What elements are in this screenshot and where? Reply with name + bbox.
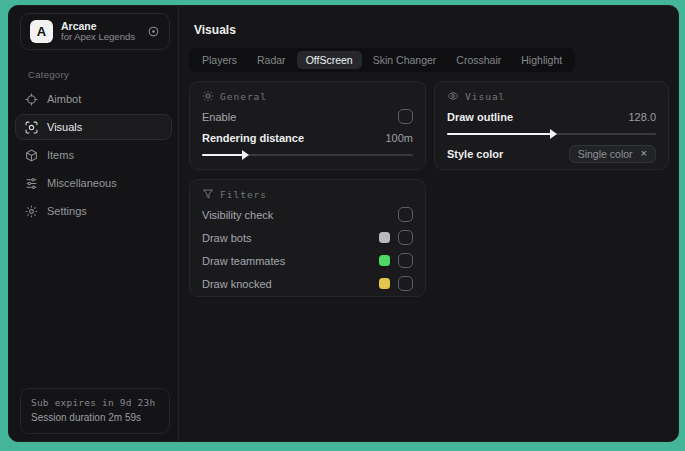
draw-outline-slider[interactable] — [447, 129, 656, 139]
tab-highlight[interactable]: Highlight — [512, 51, 571, 69]
app-header: A Arcane for Apex Legends — [20, 13, 170, 50]
draw-outline-value: 128.0 — [628, 111, 656, 123]
draw-bots-checkbox[interactable] — [398, 230, 413, 245]
draw-knocked-checkbox[interactable] — [398, 276, 413, 291]
main-content: Visuals Players Radar OffScreen Skin Cha… — [179, 6, 678, 441]
app-subtitle: for Apex Legends — [61, 32, 139, 43]
sun-icon — [202, 90, 214, 102]
draw-teammates-label: Draw teammates — [202, 255, 285, 267]
style-color-label: Style color — [447, 148, 503, 160]
sidebar-item-aimbot[interactable]: Aimbot — [15, 86, 172, 112]
subscription-status: Sub expires in 9d 23h Session duration 2… — [20, 388, 170, 434]
draw-bots-label: Draw bots — [202, 232, 252, 244]
slider-thumb[interactable] — [242, 150, 249, 160]
sidebar-item-visuals[interactable]: Visuals — [15, 114, 172, 140]
rendering-distance-slider[interactable] — [202, 150, 413, 160]
sub-expires-text: Sub expires in 9d 23h — [31, 396, 159, 410]
sidebar-item-label: Settings — [47, 205, 87, 217]
draw-teammates-color-swatch[interactable] — [379, 255, 390, 266]
general-section: General Enable Rendering distance 100m — [189, 81, 426, 170]
session-duration-text: Session duration 2m 59s — [31, 410, 159, 425]
sidebar-item-miscellaneous[interactable]: Miscellaneous — [15, 170, 172, 196]
draw-bots-color-swatch[interactable] — [379, 232, 390, 243]
slider-thumb[interactable] — [550, 129, 557, 139]
gear-icon — [25, 205, 38, 218]
draw-outline-label: Draw outline — [447, 111, 513, 123]
app-window: A Arcane for Apex Legends Category Aimbo… — [8, 5, 679, 442]
tab-skin-changer[interactable]: Skin Changer — [364, 51, 446, 69]
tab-offscreen[interactable]: OffScreen — [297, 51, 362, 69]
category-label: Category — [28, 69, 178, 80]
visibility-check-checkbox[interactable] — [398, 207, 413, 222]
draw-teammates-checkbox[interactable] — [398, 253, 413, 268]
visual-section: Visual Draw outline 128.0 Style color Si… — [434, 81, 669, 170]
filters-section: Filters Visibility check Draw bots Draw … — [189, 179, 426, 297]
page-title: Visuals — [194, 23, 236, 37]
tab-crosshair[interactable]: Crosshair — [447, 51, 510, 69]
visibility-check-label: Visibility check — [202, 209, 273, 221]
sidebar-item-label: Miscellaneous — [47, 177, 117, 189]
style-color-value: Single color — [578, 148, 633, 160]
section-title: Filters — [220, 189, 267, 200]
section-title: General — [220, 91, 267, 102]
eye-icon — [447, 90, 459, 102]
tab-bar: Players Radar OffScreen Skin Changer Cro… — [189, 48, 575, 72]
enable-checkbox[interactable] — [398, 109, 413, 124]
funnel-icon — [202, 188, 214, 200]
rendering-distance-value: 100m — [385, 132, 413, 144]
sidebar-item-settings[interactable]: Settings — [15, 198, 172, 224]
tab-radar[interactable]: Radar — [248, 51, 295, 69]
sliders-icon — [25, 177, 38, 190]
enable-label: Enable — [202, 111, 236, 123]
crosshair-icon — [25, 93, 38, 106]
sidebar-item-label: Visuals — [47, 121, 82, 133]
close-icon[interactable]: × — [641, 148, 647, 159]
sidebar-item-label: Aimbot — [47, 93, 81, 105]
target-icon[interactable] — [147, 25, 160, 38]
sidebar-item-items[interactable]: Items — [15, 142, 172, 168]
sidebar-nav: Aimbot Visuals Items — [9, 86, 178, 224]
draw-knocked-label: Draw knocked — [202, 278, 272, 290]
style-color-select[interactable]: Single color × — [569, 145, 656, 163]
draw-knocked-color-swatch[interactable] — [379, 278, 390, 289]
section-title: Visual — [465, 91, 505, 102]
sidebar: A Arcane for Apex Legends Category Aimbo… — [9, 6, 179, 441]
rendering-distance-label: Rendering distance — [202, 132, 304, 144]
tab-players[interactable]: Players — [193, 51, 246, 69]
app-logo: A — [30, 20, 53, 43]
cube-icon — [25, 149, 38, 162]
eye-scan-icon — [25, 121, 38, 134]
sidebar-item-label: Items — [47, 149, 74, 161]
